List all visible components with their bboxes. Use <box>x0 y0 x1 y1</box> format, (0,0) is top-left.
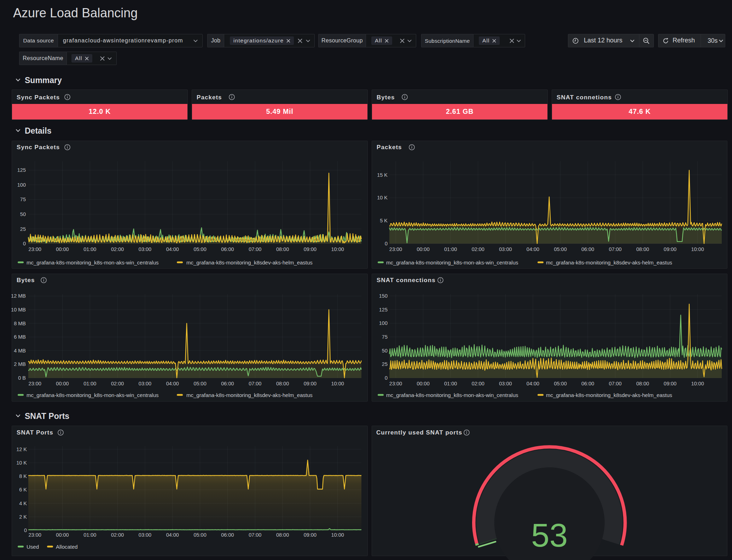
svg-text:8 MB: 8 MB <box>14 321 26 326</box>
svg-text:02:00: 02:00 <box>111 381 124 386</box>
svg-text:01:00: 01:00 <box>444 381 457 386</box>
svg-text:05:00: 05:00 <box>193 246 206 252</box>
svg-text:06:00: 06:00 <box>581 381 594 386</box>
svg-text:07:00: 07:00 <box>609 381 622 386</box>
svg-text:4 MB: 4 MB <box>14 348 26 354</box>
svg-text:02:00: 02:00 <box>111 532 124 538</box>
svg-text:00:00: 00:00 <box>417 246 429 252</box>
svg-text:03:00: 03:00 <box>139 381 151 386</box>
svg-text:02:00: 02:00 <box>472 381 484 386</box>
svg-text:5 K: 5 K <box>380 218 388 223</box>
svg-text:03:00: 03:00 <box>139 532 151 538</box>
svg-text:mc_grafana-k8s-monitoring_k8s-: mc_grafana-k8s-monitoring_k8s-mon-aks-wi… <box>386 259 518 266</box>
svg-text:25: 25 <box>20 226 26 232</box>
svg-text:125: 125 <box>379 307 388 313</box>
svg-text:2 MB: 2 MB <box>14 361 26 367</box>
svg-text:Used: Used <box>27 544 39 550</box>
svg-text:23:00: 23:00 <box>29 532 41 538</box>
svg-text:10:00: 10:00 <box>331 246 344 252</box>
svg-text:mc_grafana-k8s-monitoring_k8s-: mc_grafana-k8s-monitoring_k8s-mon-aks-wi… <box>27 259 158 266</box>
svg-text:01:00: 01:00 <box>83 381 96 386</box>
svg-text:09:00: 09:00 <box>304 246 316 252</box>
svg-text:00:00: 00:00 <box>417 381 429 386</box>
svg-text:Allocated: Allocated <box>56 544 78 550</box>
svg-text:01:00: 01:00 <box>83 532 96 538</box>
svg-text:09:00: 09:00 <box>664 246 676 252</box>
svg-text:05:00: 05:00 <box>554 381 567 386</box>
svg-text:mc_grafana-k8s-monitoring_k8s-: mc_grafana-k8s-monitoring_k8s-mon-aks-wi… <box>386 392 518 398</box>
svg-text:06:00: 06:00 <box>221 381 234 386</box>
svg-text:mc_grafana-k8s-monitoring_k8s-: mc_grafana-k8s-monitoring_k8s-mon-aks-wi… <box>27 392 158 398</box>
svg-text:09:00: 09:00 <box>664 381 676 386</box>
svg-text:04:00: 04:00 <box>166 381 179 386</box>
svg-text:50: 50 <box>382 348 388 354</box>
svg-text:8 K: 8 K <box>19 473 27 479</box>
svg-text:07:00: 07:00 <box>249 532 261 538</box>
svg-text:0: 0 <box>385 375 388 381</box>
svg-text:08:00: 08:00 <box>276 246 289 252</box>
svg-text:10:00: 10:00 <box>331 381 344 386</box>
svg-text:03:00: 03:00 <box>499 246 512 252</box>
svg-text:100: 100 <box>379 320 388 326</box>
svg-text:4 K: 4 K <box>19 501 27 506</box>
svg-text:15 K: 15 K <box>377 172 388 178</box>
svg-text:23:00: 23:00 <box>389 381 402 386</box>
svg-text:03:00: 03:00 <box>499 381 512 386</box>
svg-text:07:00: 07:00 <box>249 381 261 386</box>
svg-text:09:00: 09:00 <box>304 532 316 538</box>
svg-text:2 K: 2 K <box>19 514 27 520</box>
svg-text:04:00: 04:00 <box>166 246 179 252</box>
svg-text:10 K: 10 K <box>16 460 27 466</box>
svg-text:06:00: 06:00 <box>221 532 234 538</box>
svg-text:07:00: 07:00 <box>609 246 622 252</box>
svg-text:125: 125 <box>17 167 26 173</box>
svg-text:05:00: 05:00 <box>193 381 206 386</box>
svg-text:02:00: 02:00 <box>111 246 124 252</box>
svg-text:03:00: 03:00 <box>139 246 151 252</box>
svg-text:08:00: 08:00 <box>636 246 649 252</box>
svg-text:mc_grafana-k8s-monitoring_k8sd: mc_grafana-k8s-monitoring_k8sdev-aks-hel… <box>186 259 313 266</box>
svg-text:04:00: 04:00 <box>527 381 539 386</box>
svg-text:08:00: 08:00 <box>276 532 289 538</box>
svg-text:75: 75 <box>20 197 26 202</box>
svg-text:07:00: 07:00 <box>249 246 261 252</box>
svg-text:50: 50 <box>20 211 26 217</box>
svg-text:75: 75 <box>382 334 388 340</box>
svg-text:mc_grafana-k8s-monitoring_k8sd: mc_grafana-k8s-monitoring_k8sdev-aks-hel… <box>546 259 672 266</box>
svg-text:00:00: 00:00 <box>56 246 69 252</box>
svg-text:53: 53 <box>531 517 568 554</box>
svg-text:05:00: 05:00 <box>193 532 206 538</box>
svg-text:00:00: 00:00 <box>56 381 69 386</box>
svg-text:08:00: 08:00 <box>276 381 289 386</box>
svg-text:10 K: 10 K <box>377 195 388 200</box>
svg-text:mc_grafana-k8s-monitoring_k8sd: mc_grafana-k8s-monitoring_k8sdev-aks-hel… <box>546 392 672 398</box>
svg-text:23:00: 23:00 <box>389 246 402 252</box>
svg-text:06:00: 06:00 <box>581 246 594 252</box>
svg-text:08:00: 08:00 <box>636 381 649 386</box>
svg-text:10:00: 10:00 <box>691 381 704 386</box>
svg-text:0: 0 <box>23 241 26 246</box>
svg-text:09:00: 09:00 <box>304 381 316 386</box>
svg-text:01:00: 01:00 <box>444 246 457 252</box>
svg-text:04:00: 04:00 <box>527 246 539 252</box>
svg-text:6 K: 6 K <box>19 487 27 492</box>
svg-text:100: 100 <box>17 182 26 188</box>
svg-text:06:00: 06:00 <box>221 246 234 252</box>
svg-text:10:00: 10:00 <box>691 246 704 252</box>
svg-text:23:00: 23:00 <box>29 381 41 386</box>
svg-text:10:00: 10:00 <box>331 532 344 538</box>
svg-text:12 K: 12 K <box>16 447 27 452</box>
svg-text:mc_grafana-k8s-monitoring_k8sd: mc_grafana-k8s-monitoring_k8sdev-aks-hel… <box>186 392 313 398</box>
svg-text:25: 25 <box>382 361 388 367</box>
svg-text:0 B: 0 B <box>18 375 26 381</box>
svg-text:0: 0 <box>24 527 27 533</box>
svg-text:05:00: 05:00 <box>554 246 567 252</box>
svg-text:04:00: 04:00 <box>166 532 179 538</box>
svg-text:10 MB: 10 MB <box>11 307 26 313</box>
svg-text:150: 150 <box>379 293 388 299</box>
svg-text:02:00: 02:00 <box>472 246 484 252</box>
svg-text:23:00: 23:00 <box>29 246 41 252</box>
svg-text:01:00: 01:00 <box>83 246 96 252</box>
svg-text:0: 0 <box>385 241 388 246</box>
svg-text:00:00: 00:00 <box>56 532 69 538</box>
